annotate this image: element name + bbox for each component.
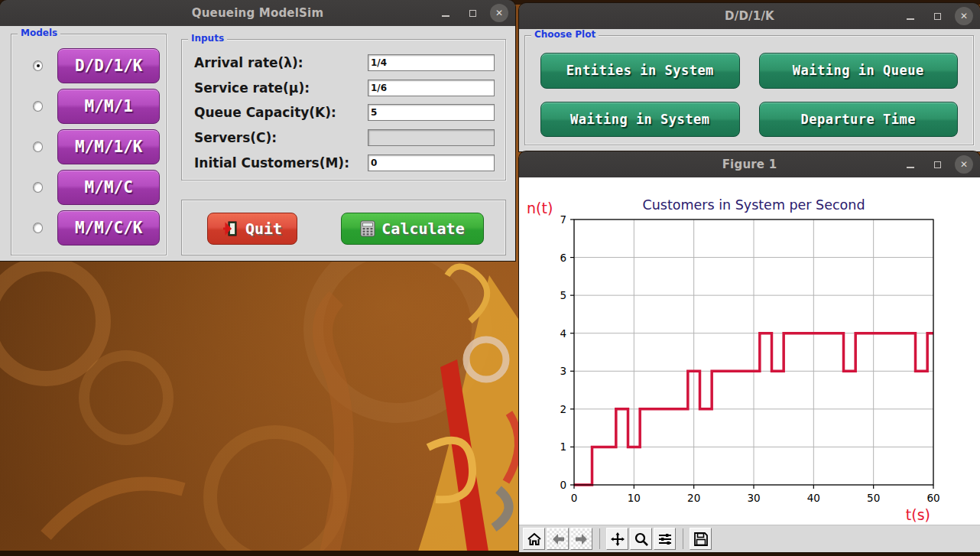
figure-canvas: 010203040506001234567Customers in System… — [519, 177, 980, 525]
actions-frame: Quit Calculate — [181, 200, 506, 255]
maximize-icon — [934, 161, 941, 168]
model-button-mm1[interactable]: M/M/1 — [57, 89, 160, 124]
inputs-groupbox: Inputs Arrival rate(λ): Service rate(μ):… — [181, 39, 506, 180]
model-radio-mmc[interactable] — [33, 182, 43, 193]
model-button-mm1k[interactable]: M/M/1/K — [57, 129, 160, 164]
svg-text:0: 0 — [571, 492, 578, 504]
arrival-rate-label: Arrival rate(λ): — [194, 55, 368, 70]
maximize-button[interactable] — [463, 4, 482, 22]
close-button[interactable]: ✕ — [955, 7, 973, 25]
window-controls: ✕ — [901, 3, 973, 29]
window-title: Figure 1 — [722, 158, 777, 171]
svg-text:n(t): n(t) — [527, 200, 553, 216]
calculate-label: Calculate — [381, 219, 464, 238]
model-button-mmc[interactable]: M/M/C — [57, 170, 160, 205]
exit-door-icon — [222, 220, 239, 237]
model-button-ddik[interactable]: D/D/1/K — [57, 48, 160, 83]
configure-subplots-button[interactable] — [654, 528, 676, 550]
servers-label: Servers(C): — [194, 130, 368, 145]
sliders-icon — [657, 532, 673, 547]
waiting-in-system-button[interactable]: Waiting in System — [540, 102, 740, 138]
choose-plot-groupbox: Choose Plot Entities in System Waiting i… — [524, 35, 974, 145]
window-title: D/D/1/K — [725, 9, 774, 23]
close-icon: ✕ — [960, 159, 968, 170]
save-button[interactable] — [690, 528, 712, 550]
model-button-mmck[interactable]: M/M/C/K — [57, 210, 160, 245]
maximize-icon — [469, 10, 476, 17]
minimize-icon — [907, 18, 914, 20]
magnifier-icon — [634, 532, 649, 547]
close-button[interactable]: ✕ — [955, 155, 973, 174]
entities-in-system-button[interactable]: Entities in System — [540, 53, 740, 89]
minimize-button[interactable] — [436, 4, 455, 22]
departure-time-button[interactable]: Departure Time — [759, 102, 959, 138]
servers-field — [368, 129, 495, 146]
window-controls: ✕ — [901, 151, 973, 177]
models-list: D/D/1/K M/M/1 M/M/1/K M/M/C — [18, 48, 160, 249]
input-row: Arrival rate(λ): — [194, 52, 495, 74]
minimize-button[interactable] — [901, 155, 920, 174]
svg-text:20: 20 — [687, 492, 700, 504]
svg-text:7: 7 — [560, 213, 566, 226]
window-title: Queueing ModelSim — [192, 6, 324, 20]
quit-label: Quit — [245, 219, 282, 238]
calculate-button[interactable]: Calculate — [341, 213, 484, 245]
svg-text:30: 30 — [747, 492, 760, 504]
minimize-button[interactable] — [901, 7, 920, 25]
close-icon: ✕ — [495, 8, 503, 18]
chooser-body: Choose Plot Entities in System Waiting i… — [519, 29, 980, 151]
window-figure: Figure 1 ✕ 010203040506001234567Customer… — [519, 151, 980, 552]
svg-text:40: 40 — [807, 492, 820, 504]
svg-text:5: 5 — [560, 289, 566, 301]
model-radio-ddik[interactable] — [33, 60, 43, 71]
svg-text:6: 6 — [560, 252, 566, 264]
chooser-titlebar[interactable]: D/D/1/K ✕ — [519, 3, 980, 29]
svg-text:60: 60 — [926, 492, 939, 504]
customers-step-chart: 010203040506001234567Customers in System… — [519, 177, 980, 525]
inputs-legend: Inputs — [188, 33, 227, 44]
toolbar-separator — [599, 528, 600, 549]
svg-text:t(s): t(s) — [906, 506, 930, 523]
zoom-button[interactable] — [630, 528, 652, 550]
home-button[interactable] — [523, 528, 545, 550]
window-plot-chooser: D/D/1/K ✕ Choose Plot Entities in System… — [519, 3, 980, 151]
model-radio-mmck[interactable] — [33, 223, 43, 233]
queue-capacity-label: Queue Capacity(K): — [194, 105, 368, 120]
maximize-button[interactable] — [928, 7, 946, 25]
save-floppy-icon — [693, 532, 709, 547]
service-rate-field[interactable] — [368, 80, 495, 96]
queue-capacity-field[interactable] — [368, 104, 495, 121]
modelsim-titlebar[interactable]: Queueing ModelSim ✕ — [0, 0, 515, 26]
home-icon — [527, 532, 542, 547]
initial-customers-field[interactable] — [368, 154, 495, 171]
svg-text:50: 50 — [867, 492, 880, 504]
model-row: M/M/C — [18, 170, 160, 205]
model-radio-mm1[interactable] — [33, 101, 43, 112]
window-controls: ✕ — [436, 0, 508, 26]
model-radio-mm1k[interactable] — [33, 141, 43, 152]
minimize-icon — [442, 15, 449, 17]
back-arrow-icon — [550, 532, 566, 547]
svg-text:0: 0 — [560, 479, 566, 491]
figure-titlebar[interactable]: Figure 1 ✕ — [519, 151, 980, 177]
model-row: M/M/C/K — [18, 210, 160, 245]
modelsim-body: Models D/D/1/K M/M/1 M/M/1/K — [0, 26, 515, 261]
close-button[interactable]: ✕ — [490, 4, 508, 22]
maximize-button[interactable] — [928, 155, 946, 174]
maximize-icon — [934, 13, 941, 20]
svg-text:3: 3 — [560, 365, 566, 377]
arrival-rate-field[interactable] — [368, 54, 495, 71]
forward-button[interactable] — [570, 528, 592, 550]
waiting-in-queue-button[interactable]: Waiting in Queue — [759, 53, 959, 89]
pan-button[interactable] — [606, 528, 628, 550]
model-row: M/M/1 — [18, 89, 160, 124]
back-button[interactable] — [547, 528, 569, 550]
quit-button[interactable]: Quit — [207, 213, 297, 245]
initial-customers-label: Initial Customers(M): — [194, 155, 368, 171]
svg-text:10: 10 — [628, 492, 641, 504]
calculator-icon — [360, 220, 375, 237]
input-row: Servers(C): — [194, 127, 495, 149]
forward-arrow-icon — [574, 532, 589, 547]
inputs-list: Arrival rate(λ): Service rate(μ): Queue … — [194, 52, 495, 174]
svg-text:1: 1 — [560, 441, 566, 453]
